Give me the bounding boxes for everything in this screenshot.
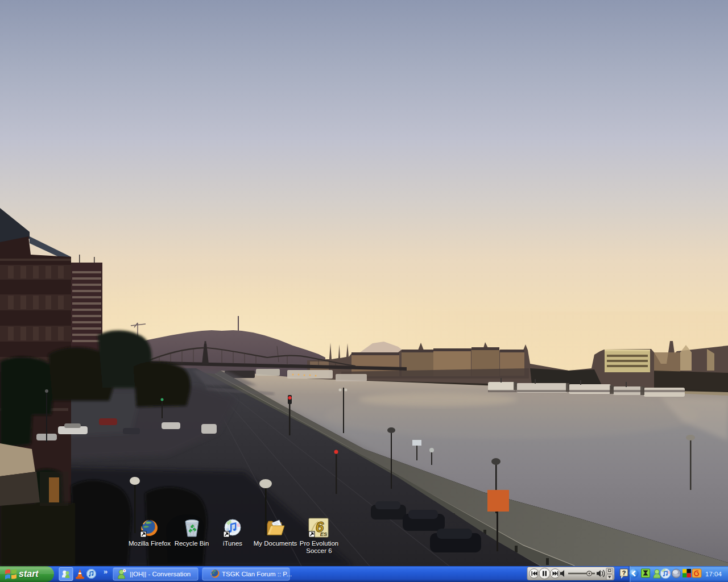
svg-text:Soccer 6: Soccer 6 (306, 547, 332, 554)
svg-text:»: » (104, 567, 107, 576)
svg-text:ES: ES (320, 531, 328, 537)
svg-text:start: start (19, 569, 39, 579)
svg-text:Pro Evolution: Pro Evolution (300, 540, 338, 547)
svg-text:TSGK Clan Forum :: P...: TSGK Clan Forum :: P... (222, 571, 292, 577)
svg-text:My Documents: My Documents (254, 540, 297, 547)
svg-text:iTunes: iTunes (223, 540, 242, 547)
svg-text:?: ? (622, 569, 626, 576)
svg-text:17:04: 17:04 (705, 571, 722, 577)
svg-text:Recycle Bin: Recycle Bin (175, 540, 209, 547)
svg-text:Mozilla Firefox: Mozilla Firefox (129, 540, 171, 547)
svg-text:||OH|| - Conversation: ||OH|| - Conversation (130, 571, 191, 577)
